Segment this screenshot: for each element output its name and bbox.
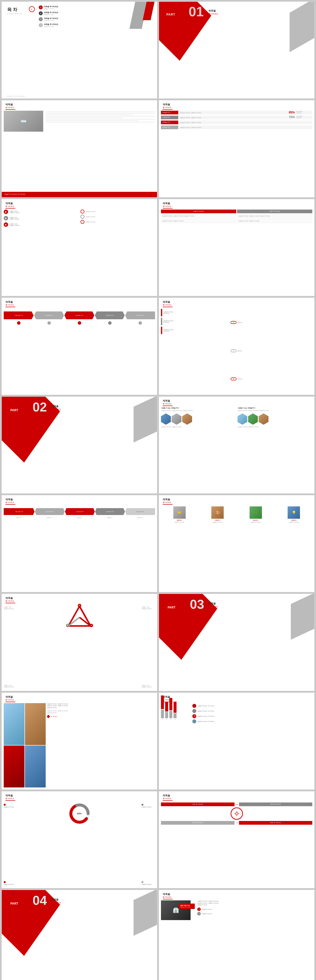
stat-label2: 추가하세요내용 추가 <box>296 115 302 119</box>
col-content: 내용을 추가하세요. 내용을 추가하세요. 내용을 추가하세요. 내용을 추가하… <box>161 214 312 223</box>
d-dot3 <box>4 881 6 883</box>
bgroup2: 02 <box>165 702 168 720</box>
tl5 <box>46 117 122 118</box>
icard-img2: 🎨 <box>211 506 223 519</box>
itl3: ✉ 내용을 추가하세요. 추가하세요. <box>192 714 312 718</box>
circles-row <box>4 321 155 325</box>
menu-num-1: 1 <box>39 5 43 10</box>
fr3: ↻ 내용 추가 <box>231 377 243 380</box>
fl-text2: 내용을 추가하세요추가하세요 <box>163 320 173 323</box>
hex-row2 <box>238 414 313 425</box>
stat1: 85% 추가하세요내용 추가 <box>289 111 312 114</box>
hr-text: 내용을 추가하세요. 내용을 추가하세요. 내용을 추가하세요. <box>238 410 313 412</box>
tri-tr-text: 사용할 수 있는내용을 추가하세요 <box>142 606 155 609</box>
col-headers: 제목 추가하세요 제목 추가하세요 <box>161 210 312 213</box>
ch-line-5 <box>5 208 15 208</box>
info-row3: ▶ 사용할 수 있는내용을 추가하세요 <box>4 223 78 227</box>
menu-num-2: 2 <box>39 11 43 15</box>
tc-content3: 내용을 추가하세요. 내용을 추가하세요. <box>179 121 312 124</box>
pg4 <box>25 746 46 788</box>
info-row1: ▶ 사용할 수 있는내용을 추가하세요 <box>4 210 78 214</box>
slide-biz-photo: 제목을 줄가하세요... 👔 설명 대한 기능 내용을 추가하세요 내용을 추가… <box>159 890 314 980</box>
hl-text2: 내용을 추가하세요. 내용을 추가하세요. <box>161 426 236 428</box>
pt1: 내용을 추가하세요. 내용을 추가하세요.내용을 추가하세요. 내용을 추가하세… <box>47 703 155 709</box>
bgroup4: 04 <box>174 702 177 720</box>
slide-part02: PART 02 제목을 추가하세요 <box>2 396 157 493</box>
circ5 <box>125 321 155 325</box>
ch-13: 제목을 줄가하세요... <box>5 597 16 603</box>
fr-text2: 내용 추가 <box>237 350 243 352</box>
web-icon: 🌐 <box>192 719 196 723</box>
icard-title4: 제목 추가 <box>291 519 297 521</box>
trow4: 제목을 추가 내용을 추가하세요. 내용을 추가하세요. <box>161 126 312 129</box>
col-h2: 제목 추가하세요 <box>237 210 312 213</box>
svg-line-1 <box>80 606 91 626</box>
slide-col-table: 제목을 줄가하세요... 제목 추가하세요 제목 추가하세요 내용을 추가하세요… <box>159 199 314 296</box>
slide-steps: 제목을 줄가하세요... 사용 대용 추가 사용 대용 추가 사용 대용 추가 … <box>2 495 157 592</box>
curved-arr2: ↺ <box>231 349 236 352</box>
ch-line-10 <box>163 406 172 406</box>
blt: 사용할 수 있는내용을 추가하세요 <box>4 685 17 688</box>
tc-red: 제목을 추가 <box>161 111 178 115</box>
tri-bl-icon: 💡 <box>66 624 69 627</box>
ch-line-4 <box>163 109 172 110</box>
fb4: 제목 추가하세요 <box>239 821 313 825</box>
icard-img3: 🌿 <box>250 506 262 519</box>
br-row2: ② 내용을 추가하세요 <box>197 912 312 915</box>
fb2: 제목 추가하세요 <box>239 802 313 806</box>
ch-5: 제목을 줄가하세요... <box>5 202 16 208</box>
hex-img5 <box>248 414 258 425</box>
apr-5: 사용 대용 추가 <box>125 311 155 319</box>
ch-line-20 <box>163 899 172 899</box>
c4 <box>108 321 112 325</box>
bar-chart: 01 02 03 04 <box>161 704 191 721</box>
itl-text3: 내용을 추가하세요. 추가하세요. <box>197 716 215 717</box>
itl-text2: 내용을 추가하세요. 추가하세요. <box>197 710 215 712</box>
part2-gray <box>134 396 157 442</box>
pg2 <box>25 703 46 745</box>
arr3: ↗ 내용을 추가하세요 <box>80 220 155 224</box>
itl-text4: 내용을 추가하세요. 추가하세요. <box>197 721 215 722</box>
slide-triangle: 제목을 줄가하세요... ⚡ 💡 ★ 사용할 수 있는내용을 추가하세요 사용할… <box>2 594 157 691</box>
step-5: 사용 대용 추가 <box>125 508 155 515</box>
ch-line-11 <box>5 504 15 505</box>
tl3 <box>46 115 133 115</box>
menu-item-2: 2 제목을 추가하세요 설명을 추가하세요 <box>39 11 58 15</box>
flow-diagram: 제목 추가하세요 ⇒ 제목 추가하세요 제목 추가하세요 ⇒ <box>161 802 312 886</box>
icard-text3: 내용을 추가하세요 <box>251 522 261 523</box>
tl1 <box>46 111 155 112</box>
pt-arrow: 추가하세요 → <box>47 715 155 718</box>
circ4 <box>95 321 124 325</box>
c3 <box>78 321 81 325</box>
icard-title3: 제목 추가 <box>253 519 258 521</box>
arr-text2: 내용을 추가하세요 <box>85 216 96 218</box>
fl-text3: 내용을 추가하세요추가하세요 <box>163 329 173 332</box>
flow-left: 내용을 추가하세요추가하세요 내용을 추가하세요추가하세요 내용을 추가하세요추… <box>161 309 229 393</box>
part4-label: PART <box>10 902 18 905</box>
curved-arr1: ↺ <box>231 321 236 324</box>
ch-7: 제목을 줄가하세요... <box>5 300 16 307</box>
icard-text4: 내용을 추가하세요 <box>289 522 299 523</box>
col-text1: 내용을 추가하세요. 내용을 추가하세요. 내용을 추가하세요. <box>162 215 235 217</box>
ch-10: 제목을 줄가하세요... <box>163 399 173 406</box>
slide-table: 제목을 줄가하세요... 제목을 추가 내용을 추가하세요. 내용을 추가하세요… <box>159 100 314 197</box>
flow-bottom: 제목 추가하세요 ⇒ 제목 추가하세요 <box>161 821 312 825</box>
fr-text1: 내용 추가 <box>237 322 243 323</box>
icon-c1: ▶ <box>4 210 8 214</box>
ch-line-18 <box>163 800 172 801</box>
svg-point-7 <box>236 812 238 815</box>
contents-subtitle: CONTENTS <box>7 13 22 15</box>
biz-image: 👔 <box>161 900 191 920</box>
col-c2: 내용을 추가하세요. 내용을 추가하세요. 내용을 추가하세요. <box>237 214 312 218</box>
info-text3: 사용할 수 있는내용을 추가하세요 <box>10 223 19 226</box>
itl-text1: 내용을 추가하세요. 추가하세요. <box>197 705 215 706</box>
biz-right: 내용을 추가하세요. 내용을 추가하세요.내용을 추가하세요. 내용을 추가하세… <box>197 900 312 980</box>
d-dot1 <box>4 804 6 806</box>
slide-keyboard: 제목을 줄가하세요... ⌨️ 내용을 추가하세요 ▸ 추가하세요 <box>2 100 157 197</box>
contents-title: 목 차 <box>7 6 22 13</box>
trow3: 제목을 추가 내용을 추가하세요. 내용을 추가하세요. <box>161 121 312 124</box>
info-text1: 사용할 수 있는내용을 추가하세요 <box>10 210 19 213</box>
part-title: 제목을 <box>208 9 218 13</box>
sd1: 내용 추가 <box>4 517 34 518</box>
arr2: → 내용을 추가하세요 <box>80 215 155 219</box>
